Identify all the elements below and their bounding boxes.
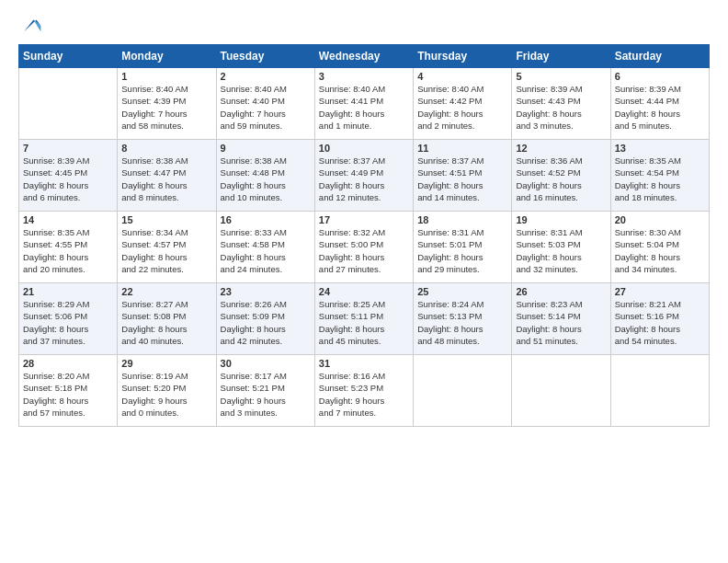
day-info-line: Sunrise: 8:36 AM: [516, 155, 582, 166]
col-header-friday: Friday: [512, 45, 610, 68]
col-header-wednesday: Wednesday: [314, 45, 413, 68]
day-info-line: and 42 minutes.: [221, 336, 283, 346]
day-info-line: Sunset: 4:41 PM: [319, 96, 383, 106]
day-info-line: Sunrise: 8:37 AM: [319, 155, 385, 166]
day-info: Sunrise: 8:31 AMSunset: 5:03 PMDaylight:…: [516, 226, 606, 275]
calendar-cell: 13Sunrise: 8:35 AMSunset: 4:54 PMDayligh…: [610, 140, 709, 212]
day-info-line: and 27 minutes.: [319, 264, 381, 274]
calendar-cell: 24Sunrise: 8:25 AMSunset: 5:11 PMDayligh…: [314, 283, 413, 355]
day-info-line: Daylight: 8 hours: [615, 109, 680, 119]
calendar-cell: 11Sunrise: 8:37 AMSunset: 4:51 PMDayligh…: [414, 140, 512, 212]
day-info-line: Sunrise: 8:39 AM: [615, 84, 681, 94]
calendar-cell: 6Sunrise: 8:39 AMSunset: 4:44 PMDaylight…: [610, 68, 709, 140]
day-info: Sunrise: 8:25 AMSunset: 5:11 PMDaylight:…: [319, 298, 409, 347]
day-info-line: and 34 minutes.: [615, 264, 677, 274]
day-info-line: Sunrise: 8:34 AM: [121, 227, 188, 237]
day-info-line: Sunset: 5:01 PM: [417, 239, 482, 249]
day-info-line: Daylight: 8 hours: [319, 324, 384, 334]
day-info-line: Daylight: 9 hours: [319, 396, 384, 406]
header-row: SundayMondayTuesdayWednesdayThursdayFrid…: [19, 45, 710, 68]
day-info-line: Daylight: 8 hours: [615, 324, 680, 334]
day-number: 17: [319, 214, 409, 225]
col-header-saturday: Saturday: [610, 45, 709, 68]
calendar-cell: [512, 355, 610, 427]
day-info-line: Sunrise: 8:16 AM: [319, 371, 385, 381]
day-info-line: and 5 minutes.: [615, 121, 672, 131]
day-info-line: Daylight: 8 hours: [23, 324, 88, 334]
calendar-cell: 28Sunrise: 8:20 AMSunset: 5:18 PMDayligh…: [19, 355, 118, 427]
day-number: 29: [121, 358, 211, 369]
calendar-cell: 26Sunrise: 8:23 AMSunset: 5:14 PMDayligh…: [512, 283, 610, 355]
day-info: Sunrise: 8:26 AMSunset: 5:09 PMDaylight:…: [221, 298, 311, 347]
day-info-line: Sunset: 5:04 PM: [615, 239, 679, 249]
day-info-line: Daylight: 8 hours: [121, 252, 187, 262]
day-info-line: Sunrise: 8:31 AM: [516, 227, 582, 237]
calendar-cell: 12Sunrise: 8:36 AMSunset: 4:52 PMDayligh…: [512, 140, 610, 212]
day-info-line: Daylight: 8 hours: [319, 180, 384, 190]
day-info-line: Sunset: 4:47 PM: [121, 167, 186, 178]
week-row-5: 28Sunrise: 8:20 AMSunset: 5:18 PMDayligh…: [19, 355, 710, 427]
day-info-line: Sunset: 5:16 PM: [615, 311, 679, 321]
day-info-line: Sunset: 5:18 PM: [23, 383, 87, 393]
day-info-line: Sunrise: 8:20 AM: [23, 371, 89, 381]
day-number: 5: [516, 71, 606, 82]
week-row-4: 21Sunrise: 8:29 AMSunset: 5:06 PMDayligh…: [19, 283, 710, 355]
day-info-line: Sunset: 5:09 PM: [221, 311, 285, 321]
day-info-line: and 0 minutes.: [121, 408, 178, 418]
day-info-line: Sunrise: 8:39 AM: [23, 155, 89, 166]
day-info-line: Daylight: 8 hours: [319, 109, 384, 119]
day-info-line: Daylight: 8 hours: [23, 396, 88, 406]
day-info-line: and 8 minutes.: [121, 192, 178, 202]
day-info: Sunrise: 8:29 AMSunset: 5:06 PMDaylight:…: [23, 298, 113, 347]
calendar-cell: 9Sunrise: 8:38 AMSunset: 4:48 PMDaylight…: [216, 140, 314, 212]
day-number: 3: [319, 71, 409, 82]
day-info: Sunrise: 8:39 AMSunset: 4:45 PMDaylight:…: [23, 155, 113, 203]
day-number: 31: [319, 358, 409, 369]
day-info-line: and 16 minutes.: [516, 192, 578, 202]
header: [18, 15, 710, 37]
day-info-line: Daylight: 8 hours: [417, 252, 483, 262]
day-info-line: Sunset: 5:20 PM: [121, 383, 186, 393]
day-info-line: Daylight: 8 hours: [23, 252, 88, 262]
calendar-cell: 8Sunrise: 8:38 AMSunset: 4:47 PMDaylight…: [118, 140, 216, 212]
day-number: 4: [417, 71, 507, 82]
day-info: Sunrise: 8:40 AMSunset: 4:42 PMDaylight:…: [417, 83, 507, 132]
day-info-line: and 7 minutes.: [319, 408, 376, 418]
day-info: Sunrise: 8:40 AMSunset: 4:39 PMDaylight:…: [121, 83, 211, 132]
day-info-line: Sunset: 5:11 PM: [319, 311, 383, 321]
day-info-line: Daylight: 8 hours: [417, 324, 483, 334]
day-info-line: Sunset: 4:55 PM: [23, 239, 87, 249]
day-info-line: Daylight: 8 hours: [516, 252, 581, 262]
day-number: 21: [23, 286, 113, 297]
day-info-line: and 3 minutes.: [221, 408, 278, 418]
calendar-cell: [19, 68, 118, 140]
day-number: 26: [516, 286, 606, 297]
week-row-2: 7Sunrise: 8:39 AMSunset: 4:45 PMDaylight…: [19, 140, 710, 212]
calendar-cell: 1Sunrise: 8:40 AMSunset: 4:39 PMDaylight…: [118, 68, 216, 140]
calendar-cell: 30Sunrise: 8:17 AMSunset: 5:21 PMDayligh…: [216, 355, 314, 427]
calendar-cell: 23Sunrise: 8:26 AMSunset: 5:09 PMDayligh…: [216, 283, 314, 355]
col-header-sunday: Sunday: [19, 45, 118, 68]
logo-icon: [20, 15, 42, 37]
day-info-line: Sunrise: 8:39 AM: [516, 84, 582, 94]
day-number: 30: [221, 358, 311, 369]
day-number: 9: [221, 143, 311, 154]
day-info: Sunrise: 8:37 AMSunset: 4:51 PMDaylight:…: [417, 155, 507, 203]
day-info-line: Sunset: 5:23 PM: [319, 383, 383, 393]
day-info-line: and 45 minutes.: [319, 336, 381, 346]
day-info-line: and 54 minutes.: [615, 336, 677, 346]
day-info: Sunrise: 8:21 AMSunset: 5:16 PMDaylight:…: [615, 298, 705, 347]
day-info-line: Sunset: 4:45 PM: [23, 167, 87, 178]
day-number: 16: [221, 214, 311, 225]
day-info-line: Daylight: 8 hours: [516, 180, 581, 190]
calendar-cell: 21Sunrise: 8:29 AMSunset: 5:06 PMDayligh…: [19, 283, 118, 355]
day-info-line: Sunrise: 8:35 AM: [23, 227, 89, 237]
day-info: Sunrise: 8:38 AMSunset: 4:48 PMDaylight:…: [221, 155, 311, 203]
day-info-line: Sunrise: 8:37 AM: [417, 155, 483, 166]
day-info-line: Daylight: 8 hours: [221, 324, 286, 334]
calendar-cell: 22Sunrise: 8:27 AMSunset: 5:08 PMDayligh…: [118, 283, 216, 355]
day-info-line: Sunset: 5:08 PM: [121, 311, 186, 321]
day-number: 28: [23, 358, 113, 369]
day-number: 22: [121, 286, 211, 297]
day-info: Sunrise: 8:32 AMSunset: 5:00 PMDaylight:…: [319, 226, 409, 275]
